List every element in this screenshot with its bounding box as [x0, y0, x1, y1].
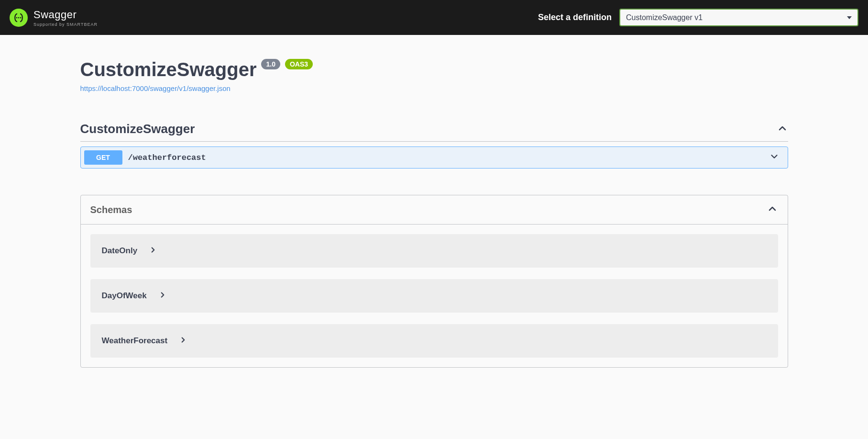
oas-badge: OAS3 — [285, 59, 313, 69]
definition-select-label: Select a definition — [538, 12, 612, 23]
operation-path: /weatherforecast — [128, 153, 206, 162]
schema-item[interactable]: DateOnly — [90, 234, 778, 268]
http-method-badge: GET — [84, 150, 122, 165]
tag-header[interactable]: CustomizeSwagger — [80, 117, 788, 142]
spec-url-link[interactable]: https://localhost:7000/swagger/v1/swagge… — [80, 84, 231, 92]
svg-point-0 — [16, 17, 18, 18]
schemas-section: Schemas DateOnly DayOfWeek — [80, 195, 788, 368]
tag-name: CustomizeSwagger — [80, 122, 195, 136]
definition-select[interactable]: CustomizeSwagger v1 — [619, 9, 858, 26]
schema-name: DayOfWeek — [102, 291, 147, 301]
operation-row[interactable]: GET /weatherforecast — [80, 146, 788, 169]
chevron-right-icon — [158, 291, 167, 301]
schemas-header[interactable]: Schemas — [81, 195, 788, 225]
schemas-title: Schemas — [90, 204, 132, 215]
chevron-right-icon — [149, 246, 157, 256]
schema-item[interactable]: WeatherForecast — [90, 324, 778, 358]
topbar: Swagger Supported by SMARTBEAR Select a … — [0, 0, 868, 35]
schema-name: DateOnly — [102, 246, 138, 256]
logo-sub-text: Supported by SMARTBEAR — [33, 22, 98, 27]
logo-brand-text: Swagger — [33, 9, 98, 21]
api-title: CustomizeSwagger — [80, 59, 257, 80]
chevron-right-icon — [179, 336, 187, 346]
chevron-up-icon — [777, 123, 788, 136]
svg-point-1 — [18, 17, 20, 18]
schema-item[interactable]: DayOfWeek — [90, 279, 778, 313]
swagger-logo-icon — [10, 9, 28, 27]
api-info: CustomizeSwagger 1.0 OAS3 https://localh… — [80, 59, 788, 93]
topbar-logo[interactable]: Swagger Supported by SMARTBEAR — [10, 9, 98, 27]
version-badge: 1.0 — [261, 59, 280, 69]
schema-name: WeatherForecast — [102, 336, 168, 346]
tag-section: CustomizeSwagger GET /weatherforecast — [80, 117, 788, 169]
chevron-up-icon — [767, 203, 778, 216]
chevron-down-icon — [769, 151, 780, 164]
svg-point-2 — [20, 17, 22, 18]
